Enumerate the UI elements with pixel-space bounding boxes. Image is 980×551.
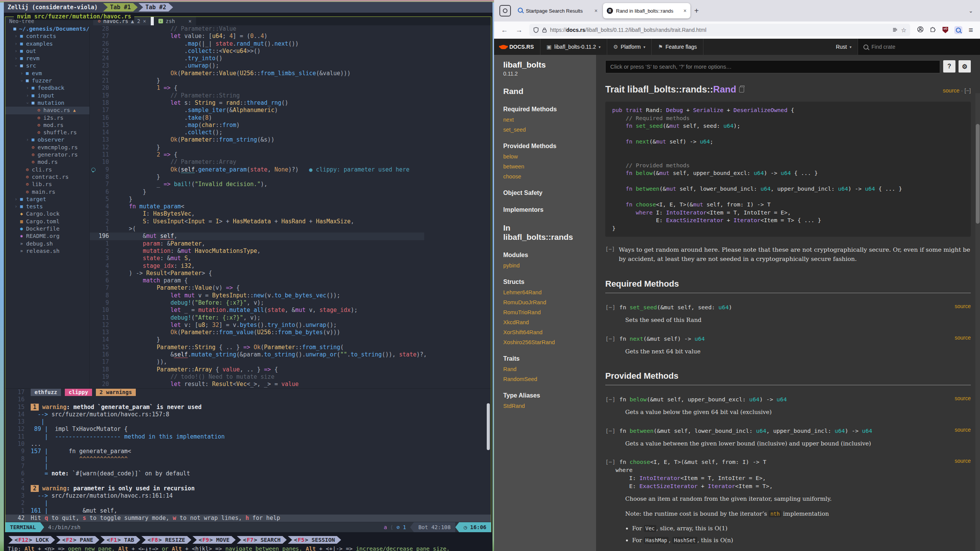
chevron-closed-icon[interactable]: › — [13, 55, 18, 62]
tree-item-evm[interactable]: ›■evm — [5, 70, 89, 77]
keybind-pane[interactable]: <F2> PANE — [56, 536, 99, 544]
sidebar-link-lehmer64rand[interactable]: Lehmer64Rand — [503, 289, 596, 295]
lightbulb-icon[interactable] — [91, 168, 96, 172]
sidebar-link-stdrand[interactable]: StdRand — [503, 403, 596, 409]
terminal-tab-zsh[interactable]: › zsh × — [154, 17, 196, 25]
source-link[interactable]: source — [955, 335, 971, 341]
url-text[interactable]: https://docs.rs/libafl_bolts/0.11.2/liba… — [550, 27, 889, 33]
collapse-toggle[interactable]: [−] — [605, 427, 616, 434]
tree-item-generator-rs[interactable]: ⚙generator.rs — [5, 151, 89, 158]
sidebar-link-romuduojrrand[interactable]: RomuDuoJrRand — [503, 299, 596, 305]
keybind-search[interactable]: <F7> SEARCH — [237, 536, 287, 544]
chevron-closed-icon[interactable]: › — [25, 136, 30, 144]
tree-item-mutation[interactable]: ›■mutation — [5, 99, 89, 107]
tree-item-i2s-rs[interactable]: ⚙i2s.rs — [5, 114, 89, 122]
tree-item-src[interactable]: ›■src — [5, 62, 89, 69]
zellij-tab-1[interactable]: Tab #1 — [103, 3, 138, 12]
keybind-move[interactable]: <F9> MOVE — [193, 536, 236, 544]
scrollbar-thumb[interactable] — [487, 403, 490, 450]
startpage-extension-icon[interactable] — [954, 26, 962, 34]
sidebar-link-below[interactable]: below — [503, 153, 596, 160]
help-button[interactable]: ? — [943, 60, 955, 73]
tree-item-contracts[interactable]: ›■contracts — [5, 33, 89, 40]
tree-item-revm[interactable]: ›■revm — [5, 55, 89, 62]
tree-item-release-sh[interactable]: »release.sh — [5, 247, 89, 255]
list-all-tabs-icon[interactable]: ⌄ — [968, 8, 973, 14]
ublock-origin-icon[interactable]: uO — [942, 27, 948, 33]
collapse-toggle[interactable]: [−] — [605, 459, 616, 465]
source-link[interactable]: source — [943, 87, 960, 94]
chevron-closed-icon[interactable]: › — [13, 203, 18, 210]
chevron-closed-icon[interactable]: › — [13, 48, 18, 55]
tree-item-havoc-rs[interactable]: ⚙havoc.rs▲ — [5, 107, 89, 114]
tree-item-cargo-toml[interactable]: ▦Cargo.toml — [5, 218, 89, 225]
keybind-lock[interactable]: <F12> LOCK — [8, 536, 55, 544]
sidebar-link-between[interactable]: between — [503, 163, 596, 170]
tree-item-evmcmplog-rs[interactable]: ⚙evmcmplog.rs — [5, 144, 89, 151]
extensions-puzzle-icon[interactable] — [930, 26, 936, 34]
settings-gear-button[interactable]: ⚙ — [959, 60, 971, 73]
shield-icon[interactable] — [533, 27, 539, 33]
chevron-closed-icon[interactable]: › — [13, 196, 18, 203]
browser-tab-1[interactable]: Startpage Search Results× — [514, 3, 601, 18]
bookmark-star-icon[interactable]: ☆ — [901, 26, 906, 34]
sidebar-link-xkcdrand[interactable]: XkcdRand — [503, 319, 596, 325]
tree-item-shuffle-rs[interactable]: ⚙shuffle.rs — [5, 129, 89, 136]
tree-item-cargo-lock[interactable]: ◆Cargo.lock — [5, 210, 89, 218]
sidebar-link-next[interactable]: next — [503, 117, 596, 123]
page-scrollbar[interactable] — [975, 93, 980, 551]
source-link[interactable]: source — [955, 427, 971, 433]
keybind-resize[interactable]: <F8> RESIZE — [142, 536, 191, 544]
firefox-view-icon[interactable] — [499, 5, 511, 16]
tree-item-mod-rs[interactable]: ⚙mod.rs — [5, 122, 89, 129]
collapse-toggle[interactable]: [−] — [605, 396, 616, 403]
tree-item-observer[interactable]: ›■observer — [5, 136, 89, 144]
url-bar[interactable]: https://docs.rs/libafl_bolts/0.11.2/liba… — [529, 24, 910, 36]
keybind-tab[interactable]: <F1> TAB — [100, 536, 140, 544]
close-icon[interactable]: × — [595, 8, 598, 14]
source-link[interactable]: source — [955, 395, 971, 401]
chevron-open-icon[interactable]: › — [18, 78, 25, 83]
code-editor[interactable]: 28 // Parameter::Value27 let value: [u64… — [90, 25, 491, 388]
chevron-open-icon[interactable]: › — [12, 64, 20, 69]
tree-item-cli-rs[interactable]: ⚙cli.rs — [5, 166, 89, 173]
collapse-toggle[interactable]: [−] — [605, 335, 616, 342]
chevron-open-icon[interactable]: › — [24, 101, 31, 106]
rust-menu[interactable]: Rust ▾ — [830, 39, 858, 55]
sidebar-link-pybind[interactable]: pybind — [503, 262, 596, 269]
back-button[interactable]: ← — [497, 26, 512, 34]
sidebar-crate-name[interactable]: libafl_bolts — [503, 60, 596, 69]
sidebar-link-randomseed[interactable]: RandomSeed — [503, 376, 596, 382]
scrollbar-thumb[interactable] — [976, 124, 980, 224]
tree-item-main-rs[interactable]: ⚙main.rs — [5, 188, 89, 196]
chevron-closed-icon[interactable]: › — [19, 70, 24, 77]
sidebar-link-xoshiro256starrand[interactable]: Xoshiro256StarRand — [503, 339, 596, 345]
tree-item-feedback[interactable]: ›■feedback — [5, 84, 89, 92]
tree-item-tests[interactable]: ›■tests — [5, 203, 89, 210]
collapse-toggle[interactable]: [−] — [605, 304, 616, 310]
sidebar-link-rand[interactable]: Rand — [503, 366, 596, 372]
chevron-closed-icon[interactable]: › — [25, 84, 30, 92]
sidebar-link-xorshift64rand[interactable]: XorShift64Rand — [503, 329, 596, 335]
close-icon[interactable]: × — [188, 18, 191, 24]
chevron-closed-icon[interactable]: › — [13, 33, 18, 40]
sidebar-link-romutriorand[interactable]: RomuTrioRand — [503, 309, 596, 315]
feature-flags-link[interactable]: ⚑ Feature flags — [652, 39, 703, 55]
tree-item-lib-rs[interactable]: ⚙lib.rs — [5, 181, 89, 188]
new-tab-button[interactable]: + — [694, 7, 699, 15]
forward-button[interactable]: → — [512, 26, 526, 34]
tree-item-out[interactable]: ›■out — [5, 48, 89, 55]
tree-item-examples[interactable]: ›■examples — [5, 40, 89, 48]
tree-item-readme-org[interactable]: ✱README.org — [5, 233, 89, 240]
keybind-session[interactable]: <F5> SESSION — [288, 536, 341, 544]
source-link[interactable]: source — [955, 458, 971, 464]
tree-item--genesis-documents-[interactable]: ■~/.genesis/Documents/ — [5, 25, 89, 33]
source-link[interactable]: source — [955, 303, 971, 309]
sidebar-link-choose[interactable]: choose — [503, 173, 596, 180]
copy-path-icon[interactable] — [739, 87, 744, 92]
tree-item-mod-rs[interactable]: ⚙mod.rs — [5, 158, 89, 166]
crate-version-menu[interactable]: ▣ libafl_bolts-0.11.2 ▾ — [540, 39, 607, 55]
docsrs-brand[interactable]: DOCS.RS — [494, 39, 540, 55]
zellij-tab-2[interactable]: Tab #2 — [138, 3, 173, 12]
close-icon[interactable]: × — [684, 8, 687, 14]
